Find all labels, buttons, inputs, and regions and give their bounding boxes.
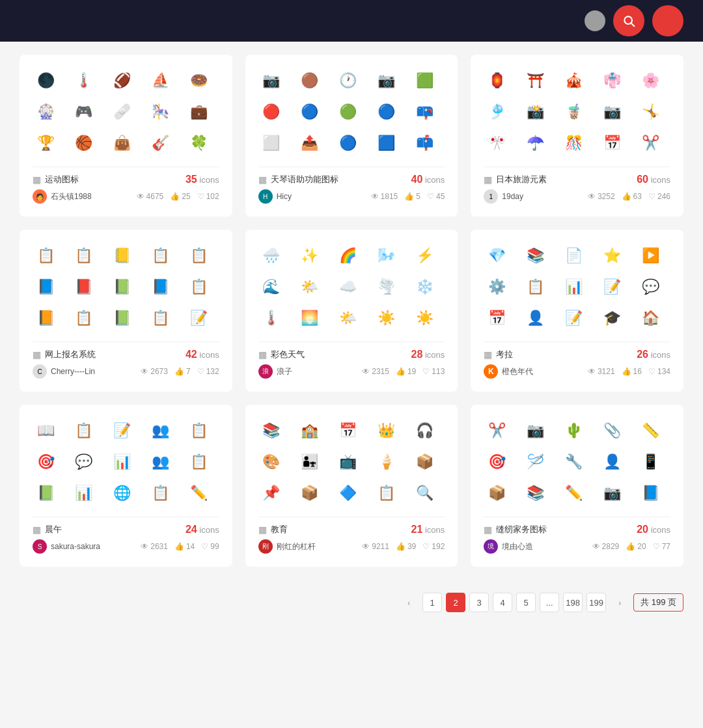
icon-preview-grid: 📋📋📒📋📋📘📕📗📘📋📙📋📗📋📝 [33, 243, 219, 331]
pagination-page-198[interactable]: 198 [563, 593, 583, 612]
set-icon: ▦ [258, 174, 267, 185]
set-card-card1[interactable]: 🌑🌡️🏈⛵🍩🎡🎮🩹🎠💼🏆🏀👜🎸🍀 ▦ 运动图标 35 icons 🧑 石头镇19… [20, 55, 232, 217]
icon-preview: 📅 [599, 130, 625, 156]
stats: 👁 2673 👍 7 ♡ 132 [141, 367, 219, 376]
pagination-page-5[interactable]: 5 [516, 593, 536, 612]
pagination-page-3[interactable]: 3 [469, 593, 489, 612]
stats: 👁 9211 👍 39 ♡ 192 [362, 542, 445, 551]
pagination-page-199[interactable]: 199 [586, 593, 606, 612]
view-number: 2315 [372, 367, 389, 376]
icon-preview: 📋 [148, 305, 174, 331]
icon-preview: 🟤 [297, 68, 323, 94]
card-title-row: ▦ 晨午 24 icons [33, 524, 219, 535]
icon-preview: 📦 [411, 449, 437, 475]
card-meta-row: S sakura-sakura 👁 2631 👍 14 ♡ 99 [33, 539, 219, 554]
set-card-card5[interactable]: 🌧️✨🌈🌬️⚡🌊🌤️☁️🌪️❄️🌡️🌅🌤️☀️☀️ ▦ 彩色天气 28 icon… [245, 230, 458, 392]
heart-icon: ♡ [201, 542, 208, 551]
author-avatar: C [33, 364, 47, 379]
like-count: 👍 16 [622, 367, 642, 376]
search-button[interactable] [613, 5, 644, 36]
icon-preview: 🔵 [297, 99, 323, 125]
icon-preview: 📘 [637, 480, 663, 506]
icon-count-number: 42 [186, 349, 197, 360]
heart-icon: ♡ [197, 192, 204, 201]
card-footer: ▦ 运动图标 35 icons 🧑 石头镇1988 👁 4675 [33, 167, 219, 204]
icon-count: 24 icons [186, 524, 219, 535]
icon-preview: 📎 [599, 418, 625, 444]
author-info: H Hicy [258, 189, 292, 204]
icon-count-number: 35 [186, 174, 197, 185]
pagination-page-4[interactable]: 4 [493, 593, 512, 612]
icon-preview: 📕 [71, 274, 97, 300]
icon-preview: 🎐 [484, 99, 510, 125]
icon-preview: 📄 [560, 243, 586, 269]
card-footer: ▦ 考拉 26 icons K 橙色年代 👁 3121 [484, 342, 670, 379]
icon-preview: ❄️ [411, 274, 437, 300]
set-card-card9[interactable]: ✂️📷🌵📎📏🎯🪡🔧👤📱📦📚✏️📷📘 ▦ 缝纫家务图标 20 icons 境 境由… [471, 405, 683, 567]
author-name: 刚红的杠杆 [277, 541, 316, 552]
pagination: ‹12345...198199›共 199 页 [0, 580, 703, 625]
pagination-next[interactable]: › [610, 593, 629, 612]
icon-count: 42 icons [186, 349, 219, 360]
set-icon: ▦ [484, 524, 492, 535]
icon-preview: 🌐 [109, 480, 135, 506]
set-card-card6[interactable]: 💎📚📄⭐▶️⚙️📋📊📝💬📅👤📝🎓🏠 ▦ 考拉 26 icons K 橙色年代 [471, 230, 683, 392]
author-name: 石头镇1988 [51, 191, 92, 202]
heart-count: ♡ 132 [197, 367, 219, 376]
pagination-prev[interactable]: ‹ [399, 593, 419, 612]
set-card-card3[interactable]: 🏮⛩️🎪👘🌸🎐📸🧋📷🤸🎌☂️🎊📅✂️ ▦ 日本旅游元素 60 icons 1 1… [471, 55, 683, 217]
view-number: 4675 [146, 192, 164, 201]
view-count: 👁 3121 [588, 367, 615, 376]
icon-preview: 🏀 [71, 130, 97, 156]
eye-icon: 👁 [362, 542, 370, 551]
user-button[interactable] [652, 5, 683, 36]
card-meta-row: 刚 刚红的杠杆 👁 9211 👍 39 ♡ 192 [258, 539, 445, 554]
icon-preview: 🔵 [373, 99, 399, 125]
icon-count-number: 60 [637, 174, 648, 185]
icon-preview: ⚙️ [484, 274, 510, 300]
icon-count-number: 21 [411, 524, 423, 535]
heart-icon: ♡ [648, 192, 655, 201]
author-avatar: 🧑 [33, 189, 47, 204]
thumb-icon: 👍 [396, 367, 406, 376]
view-count: 👁 2829 [592, 542, 620, 551]
author-avatar: 刚 [258, 539, 273, 554]
author-name: 19day [502, 192, 523, 201]
pagination-ellipsis: ... [540, 593, 559, 612]
view-number: 2829 [602, 542, 620, 551]
svg-line-1 [631, 23, 635, 27]
author-name: 境由心造 [502, 541, 533, 552]
icon-preview: 🟩 [411, 68, 437, 94]
set-card-card8[interactable]: 📚🏫📅👑🎧🎨👨‍👧📺🍦📦📌📦🔷📋🔍 ▦ 教育 21 icons 刚 刚红的杠杆 [245, 405, 458, 567]
stats: 👁 2829 👍 20 ♡ 77 [592, 542, 670, 551]
icon-preview-grid: 🌑🌡️🏈⛵🍩🎡🎮🩹🎠💼🏆🏀👜🎸🍀 [33, 68, 219, 156]
icon-preview: 🍦 [373, 449, 399, 475]
card-meta-row: K 橙色年代 👁 3121 👍 16 ♡ 134 [484, 364, 670, 379]
set-card-card2[interactable]: 📷🟤🕐📷🟩🔴🔵🟢🔵📪⬜📤🔵🟦📫 ▦ 天琴语助功能图标 40 icons H Hi… [245, 55, 458, 217]
icon-preview: ⭐ [599, 243, 625, 269]
set-card-card7[interactable]: 📖📋📝👥📋🎯💬📊👥📋📗📊🌐📋✏️ ▦ 晨午 24 icons S sakura-… [20, 405, 232, 567]
set-card-card4[interactable]: 📋📋📒📋📋📘📕📗📘📋📙📋📗📋📝 ▦ 网上报名系统 42 icons C Cher… [20, 230, 232, 392]
icon-count-number: 26 [637, 349, 648, 360]
icon-preview: 🎯 [33, 449, 59, 475]
icon-count-number: 24 [186, 524, 197, 535]
like-count: 👍 39 [396, 542, 416, 551]
thumb-icon: 👍 [174, 367, 184, 376]
pagination-page-1[interactable]: 1 [422, 593, 442, 612]
author-info: C Cherry----Lin [33, 364, 95, 379]
icon-preview: 📤 [297, 130, 323, 156]
eye-icon: 👁 [588, 367, 596, 376]
icon-preview-grid: 📖📋📝👥📋🎯💬📊👥📋📗📊🌐📋✏️ [33, 418, 219, 506]
stats: 👁 3252 👍 63 ♡ 246 [588, 192, 670, 201]
icon-preview: 🍩 [186, 68, 212, 94]
icon-preview: 🎸 [148, 130, 174, 156]
icon-preview-grid: 📚🏫📅👑🎧🎨👨‍👧📺🍦📦📌📦🔷📋🔍 [258, 418, 445, 506]
icon-preview: 🌵 [560, 418, 586, 444]
icon-preview: 📋 [33, 243, 59, 269]
author-name: 浪子 [277, 366, 292, 377]
icon-preview: 🍀 [186, 130, 212, 156]
set-name: 晨午 [45, 524, 62, 535]
pagination-page-2[interactable]: 2 [446, 593, 465, 612]
icon-preview: 📋 [186, 418, 212, 444]
icon-count-number: 20 [637, 524, 648, 535]
